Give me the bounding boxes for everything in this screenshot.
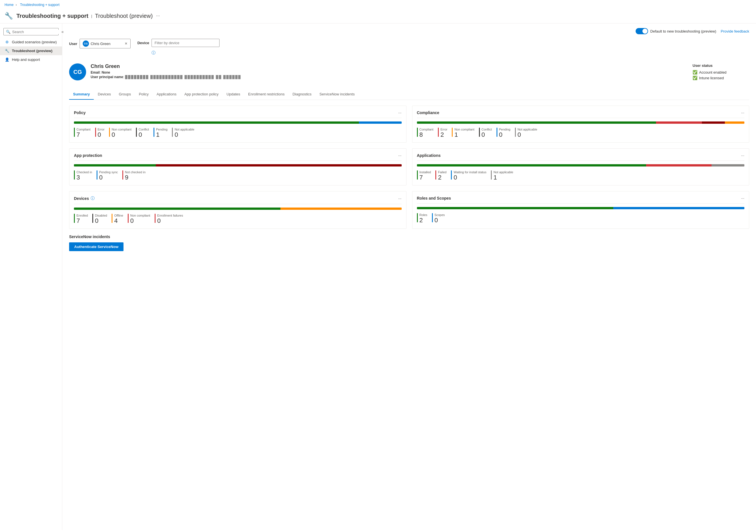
header-divider: |	[91, 14, 92, 18]
tab-updates[interactable]: Updates	[223, 89, 244, 100]
compliance-na-value: 0	[518, 132, 537, 138]
applications-card-title: Applications	[417, 153, 441, 158]
devices-noncompliant-value: 0	[130, 218, 150, 224]
app-protection-checked-value: 3	[76, 174, 92, 181]
search-input[interactable]	[12, 30, 60, 34]
header-more-button[interactable]: ···	[156, 13, 160, 18]
tab-summary[interactable]: Summary	[69, 89, 94, 100]
applications-waiting-label: Waiting for install status	[453, 171, 486, 174]
applications-card-more-button[interactable]: ···	[741, 153, 744, 158]
compliance-card-header: Compliance ···	[417, 110, 745, 115]
user-email: Email: None	[91, 70, 688, 74]
device-info-icon[interactable]: ⓘ	[151, 50, 155, 56]
applications-stat-failed: Failed 2	[435, 171, 446, 181]
policy-error-label: Error	[98, 128, 104, 131]
user-chip[interactable]: CG Chris Green ✕	[80, 39, 131, 48]
applications-stat-na: Not applicable 1	[491, 171, 513, 181]
tab-applications[interactable]: Applications	[153, 89, 180, 100]
user-status-title: User status	[692, 64, 749, 68]
user-chip-close-icon[interactable]: ✕	[125, 41, 127, 45]
authenticate-servicenow-button[interactable]: Authenticate ServiceNow	[69, 242, 123, 251]
app-protection-bar-checked	[74, 164, 156, 167]
roles-scopes-card-more-button[interactable]: ···	[741, 196, 744, 200]
compliance-conflict-label: Conflict	[481, 128, 492, 131]
dashboard-grid: Policy ··· Compliant 7	[69, 106, 749, 229]
email-value: None	[102, 70, 110, 74]
user-display-name: Chris Green	[91, 64, 688, 69]
tab-app-protection-policy[interactable]: App protection policy	[180, 89, 223, 100]
upn-value: ████████ ███████████ ██████████ ██ █████…	[125, 75, 241, 79]
sidebar-item-troubleshoot[interactable]: 🔧 Troubleshoot (preview)	[0, 46, 62, 55]
app-protection-stat-pending: Pending sync 0	[96, 171, 118, 181]
applications-card-header: Applications ···	[417, 153, 745, 158]
app-protection-card: App protection ··· Checked in 3	[69, 148, 406, 185]
search-box[interactable]: 🔍 «	[3, 28, 59, 36]
sidebar-item-guided-label: Guided scenarios (preview)	[12, 40, 57, 44]
devices-disabled-value: 0	[95, 218, 107, 224]
compliance-stat-pending: Pending 0	[497, 128, 510, 138]
sidebar-item-help[interactable]: 👤 Help and support	[0, 55, 62, 64]
policy-card-more-button[interactable]: ···	[398, 110, 402, 115]
policy-compliant-value: 7	[76, 132, 91, 138]
policy-compliant-label: Compliant	[76, 128, 91, 131]
policy-conflict-value: 0	[139, 132, 149, 138]
applications-stat-installed: Installed 7	[417, 171, 431, 181]
device-filter-label: Device	[137, 41, 149, 45]
compliance-card-more-button[interactable]: ···	[741, 110, 744, 115]
applications-bar-failed	[646, 164, 712, 167]
app-protection-progress-bar	[74, 164, 402, 167]
tab-servicenow-incidents[interactable]: ServiceNow incidents	[315, 89, 359, 100]
roles-label: Roles	[419, 213, 427, 217]
devices-card-header: Devices ⓘ ···	[74, 196, 402, 201]
policy-card: Policy ··· Compliant 7	[69, 106, 406, 143]
sidebar-item-guided[interactable]: ⚙ Guided scenarios (preview)	[0, 38, 62, 46]
tab-devices[interactable]: Devices	[94, 89, 115, 100]
devices-enrolled-value: 7	[76, 218, 88, 224]
policy-card-title: Policy	[74, 110, 86, 115]
device-filter-input[interactable]	[151, 39, 220, 47]
policy-stats: Compliant 7 Error 0 No	[74, 128, 402, 138]
policy-pending-label: Pending	[156, 128, 167, 131]
devices-info-icon[interactable]: ⓘ	[91, 196, 94, 201]
applications-failed-label: Failed	[438, 171, 446, 174]
search-icon: 🔍	[6, 30, 11, 34]
app-protection-stats: Checked in 3 Pending sync 0	[74, 171, 402, 181]
compliance-na-label: Not applicable	[518, 128, 537, 131]
policy-stat-noncompliant: Non compliant 0	[109, 128, 131, 138]
applications-card: Applications ··· Installed 7	[412, 148, 749, 185]
devices-stat-enrolled: Enrolled 7	[74, 214, 88, 224]
applications-stat-waiting: Waiting for install status 0	[451, 171, 486, 181]
applications-installed-value: 7	[419, 174, 431, 181]
roles-scopes-card: Roles and Scopes ··· Roles 2	[412, 191, 749, 229]
user-avatar-large: CG	[69, 64, 86, 80]
toggle-container: Default to new troubleshooting (preview)	[635, 28, 716, 34]
sidebar-item-help-label: Help and support	[12, 58, 40, 62]
tab-groups[interactable]: Groups	[115, 89, 135, 100]
tab-policy[interactable]: Policy	[135, 89, 153, 100]
app-protection-card-more-button[interactable]: ···	[398, 153, 402, 158]
tab-enrollment-restrictions[interactable]: Enrollment restrictions	[244, 89, 289, 100]
roles-scopes-stats: Roles 2 Scopes 0	[417, 213, 745, 224]
user-upn: User principal name: ████████ ██████████…	[91, 75, 688, 79]
policy-conflict-label: Conflict	[139, 128, 149, 131]
app-protection-not-checked-label: Not checked in	[125, 171, 146, 174]
breadcrumb-home[interactable]: Home	[5, 3, 14, 7]
tab-diagnostics[interactable]: Diagnostics	[289, 89, 315, 100]
servicenow-section: ServiceNow incidents Authenticate Servic…	[69, 234, 749, 251]
status-intune-licensed: ✅ Intune licensed	[692, 76, 749, 80]
page-header: 🔧 Troubleshooting + support | Troublesho…	[0, 10, 756, 23]
top-controls: Default to new troubleshooting (preview)…	[69, 28, 749, 34]
provide-feedback-link[interactable]: Provide feedback	[721, 29, 749, 33]
compliance-stat-conflict: Conflict 0	[479, 128, 492, 138]
user-info: Chris Green Email: None User principal n…	[91, 64, 688, 79]
devices-card-more-button[interactable]: ···	[398, 196, 402, 201]
applications-bar-installed	[417, 164, 646, 167]
compliance-noncompliant-label: Non compliant	[454, 128, 474, 131]
guided-icon: ⚙	[5, 40, 10, 44]
devices-stat-offline: Offline 4	[112, 214, 123, 224]
page-title: Troubleshooting + support	[16, 13, 88, 19]
compliance-pending-value: 0	[499, 132, 510, 138]
preview-toggle[interactable]	[635, 28, 648, 34]
devices-enrolled-label: Enrolled	[76, 214, 88, 217]
user-filter-group: User CG Chris Green ✕	[69, 39, 131, 48]
